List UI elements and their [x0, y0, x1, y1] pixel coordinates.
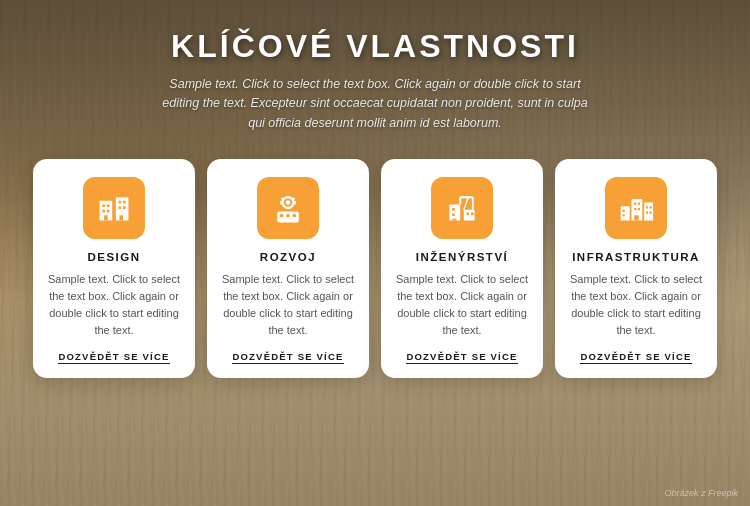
card-infrastruktura: INFRASTRUKTURA Sample text. Click to sel…	[555, 159, 717, 378]
card-inzenyrstvi: INŽENÝRSTVÍ Sample text. Click to select…	[381, 159, 543, 378]
rozvoj-icon-circle	[257, 177, 319, 239]
card-design-text: Sample text. Click to select the text bo…	[47, 271, 181, 339]
svg-rect-46	[650, 206, 652, 208]
svg-rect-31	[452, 214, 455, 217]
svg-rect-2	[102, 205, 105, 208]
main-container: KLÍČOVÉ VLASTNOSTI Sample text. Click to…	[0, 0, 750, 506]
building-icon	[96, 190, 132, 226]
design-icon-circle	[83, 177, 145, 239]
svg-rect-39	[623, 214, 625, 216]
card-rozvoj-link[interactable]: DOZVĚDĚT SE VÍCE	[232, 351, 343, 364]
svg-rect-37	[644, 203, 653, 221]
svg-rect-11	[119, 215, 123, 220]
svg-rect-38	[623, 210, 625, 212]
card-infrastruktura-title: INFRASTRUKTURA	[572, 251, 700, 263]
infrastruktura-icon-circle	[605, 177, 667, 239]
svg-rect-17	[294, 201, 296, 205]
svg-rect-4	[102, 210, 105, 213]
crane-building-icon	[444, 190, 480, 226]
footer-note: Obrázek z Freepik	[664, 488, 738, 498]
svg-rect-7	[123, 201, 126, 204]
gear-building-icon	[270, 190, 306, 226]
cards-container: DESIGN Sample text. Click to select the …	[15, 159, 735, 378]
svg-rect-5	[107, 210, 110, 213]
card-design-link[interactable]: DOZVĚDĚT SE VÍCE	[58, 351, 169, 364]
inzenyrstvi-icon-circle	[431, 177, 493, 239]
svg-rect-41	[638, 203, 640, 205]
svg-point-13	[286, 200, 291, 205]
svg-rect-48	[650, 212, 652, 214]
card-design: DESIGN Sample text. Click to select the …	[33, 159, 195, 378]
svg-rect-8	[119, 206, 122, 209]
city-building-icon	[618, 190, 654, 226]
svg-rect-14	[286, 196, 290, 198]
svg-rect-23	[293, 214, 297, 217]
svg-rect-42	[634, 208, 636, 210]
card-rozvoj-title: ROZVOJ	[260, 251, 316, 263]
card-infrastruktura-link[interactable]: DOZVĚDĚT SE VÍCE	[580, 351, 691, 364]
svg-rect-15	[286, 207, 290, 209]
svg-rect-34	[471, 213, 474, 216]
svg-rect-3	[107, 205, 110, 208]
svg-rect-16	[280, 201, 282, 205]
card-infrastruktura-text: Sample text. Click to select the text bo…	[569, 271, 703, 339]
card-inzenyrstvi-link[interactable]: DOZVĚDĚT SE VÍCE	[406, 351, 517, 364]
card-design-title: DESIGN	[87, 251, 140, 263]
card-rozvoj: ROZVOJ Sample text. Click to select the …	[207, 159, 369, 378]
svg-line-29	[464, 197, 469, 210]
page-title: KLÍČOVÉ VLASTNOSTI	[171, 28, 579, 65]
card-inzenyrstvi-text: Sample text. Click to select the text bo…	[395, 271, 529, 339]
svg-rect-30	[452, 208, 455, 211]
svg-rect-33	[467, 213, 470, 216]
svg-rect-24	[449, 205, 460, 221]
svg-rect-6	[119, 201, 122, 204]
svg-rect-40	[634, 203, 636, 205]
page-subtitle: Sample text. Click to select the text bo…	[155, 75, 595, 133]
svg-rect-47	[646, 212, 648, 214]
card-inzenyrstvi-title: INŽENÝRSTVÍ	[416, 251, 509, 263]
svg-rect-10	[104, 215, 108, 220]
svg-rect-45	[646, 206, 648, 208]
svg-rect-35	[621, 206, 630, 220]
svg-rect-25	[464, 210, 475, 221]
svg-rect-21	[280, 214, 284, 217]
svg-rect-9	[123, 206, 126, 209]
svg-rect-43	[638, 208, 640, 210]
card-rozvoj-text: Sample text. Click to select the text bo…	[221, 271, 355, 339]
svg-rect-44	[634, 215, 639, 220]
svg-rect-32	[452, 219, 457, 221]
svg-rect-22	[286, 214, 290, 217]
